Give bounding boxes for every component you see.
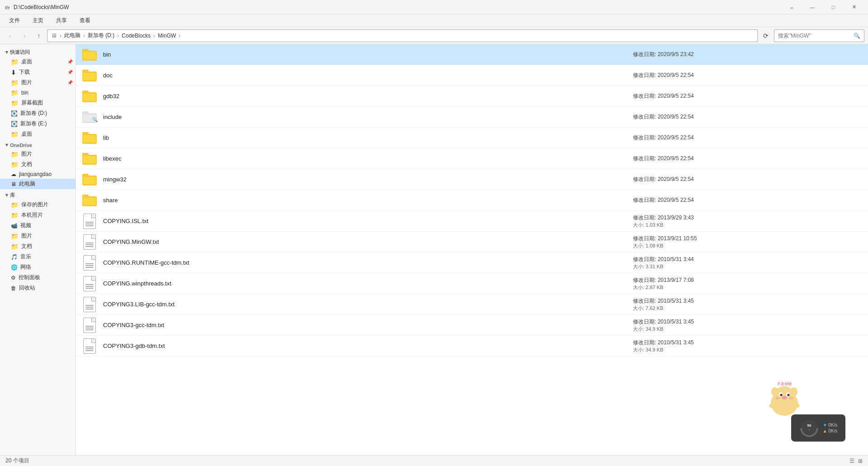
table-row[interactable]: mingw32 修改日期: 2020/9/5 22:54 — [76, 169, 868, 190]
tab-view[interactable]: 查看 — [74, 15, 96, 26]
search-bar[interactable]: 🔍 — [774, 29, 864, 42]
sidebar-item-music[interactable]: 🎵 音乐 — [0, 252, 75, 262]
sidebar-item-d-drive[interactable]: 💽 新加卷 (D:) — [0, 108, 75, 119]
sidebar-item-label: 屏幕截图 — [21, 99, 43, 107]
main-layout: ▾ 快速访问 📁 桌面 📌 ⬇ 下载 📌 📁 图片 📌 📁 bin 📁 屏幕截图… — [0, 44, 868, 455]
file-date: 修改日期: 2013/9/29 3:43 大小: 1.03 KB — [633, 214, 760, 228]
svg-text:不是动物: 不是动物 — [777, 382, 792, 386]
tab-share[interactable]: 共享 — [51, 15, 72, 26]
tab-file[interactable]: 文件 — [4, 15, 25, 26]
sidebar-item-recycle-bin[interactable]: 🗑 回收站 — [0, 283, 75, 293]
sidebar-library[interactable]: ▾ 库 — [0, 189, 75, 200]
file-date: 修改日期: 2010/5/31 3:44 大小: 3.31 KB — [633, 256, 760, 270]
file-date: 修改日期: 2020/9/5 23:42 — [633, 51, 760, 58]
file-date: 修改日期: 2013/9/21 10:55 大小: 1.08 KB — [633, 235, 760, 249]
file-icon-cell — [76, 214, 103, 229]
sidebar-item-jianguangdao[interactable]: ☁ jianguangdao — [0, 170, 75, 179]
sidebar-item-onedrive-docs[interactable]: 📁 文档 — [0, 159, 75, 170]
back-btn[interactable]: ‹ — [4, 29, 16, 42]
breadcrumb-mingw[interactable]: MinGW — [158, 33, 176, 39]
svg-point-9 — [775, 397, 780, 399]
sidebar-item-e-drive[interactable]: 💽 新加卷 (E:) — [0, 119, 75, 129]
window-controls: ⌄ — □ ✕ — [781, 0, 864, 14]
sidebar-item-video[interactable]: 📹 视频 — [0, 220, 75, 231]
speed-info: ▼ 0K/s ▲ 0K/s — [823, 423, 838, 433]
sep1: › — [60, 33, 61, 39]
folder-icon — [82, 153, 97, 165]
sidebar-item-desktop[interactable]: 📁 桌面 📌 — [0, 57, 75, 67]
sidebar-item-bin[interactable]: 📁 bin — [0, 88, 75, 98]
sidebar-item-screenshot[interactable]: 📁 屏幕截图 — [0, 98, 75, 108]
folder-icon — [82, 90, 97, 102]
sidebar-item-desktop2[interactable]: 📁 桌面 — [0, 129, 75, 139]
file-date: 修改日期: 2010/5/31 3:45 大小: 34.9 KB — [633, 318, 760, 333]
sidebar-item-local-photos[interactable]: 📁 本机照片 — [0, 210, 75, 220]
sidebar-item-pictures[interactable]: 📁 图片 📌 — [0, 77, 75, 88]
sidebar-onedrive[interactable]: ▾ OneDrive — [0, 139, 75, 149]
table-row[interactable]: bin 修改日期: 2020/9/5 23:42 — [76, 44, 868, 65]
sidebar-item-label: bin — [21, 90, 28, 96]
sidebar-item-label: 图片 — [21, 232, 32, 240]
network-icon: 🌐 — [11, 264, 18, 271]
file-icon-cell — [76, 70, 103, 81]
table-row[interactable]: 🔍 include 修改日期: 2020/9/5 22:54 — [76, 107, 868, 128]
file-name: share — [103, 197, 633, 204]
minimize-btn[interactable]: — — [802, 0, 823, 14]
folder-icon: 📁 — [11, 243, 19, 250]
table-row[interactable]: libexec 修改日期: 2020/9/5 22:54 — [76, 148, 868, 169]
up-btn[interactable]: ↑ — [33, 29, 45, 42]
sidebar-item-onedrive-pictures[interactable]: 📁 图片 — [0, 149, 75, 159]
forward-btn[interactable]: › — [18, 29, 31, 42]
sidebar-item-control-panel[interactable]: ⚙ 控制面板 — [0, 272, 75, 283]
sidebar: ▾ 快速访问 📁 桌面 📌 ⬇ 下载 📌 📁 图片 📌 📁 bin 📁 屏幕截图… — [0, 44, 76, 455]
tab-home[interactable]: 主页 — [27, 15, 49, 26]
title-bar: 🗁 D:\CodeBlocks\MinGW ⌄ — □ ✕ — [0, 0, 868, 14]
table-row[interactable]: COPYING3-gcc-tdm.txt 修改日期: 2010/5/31 3:4… — [76, 315, 868, 336]
sidebar-item-label: 文档 — [21, 243, 32, 250]
sidebar-quick-access[interactable]: ▾ 快速访问 — [0, 46, 75, 57]
file-name: libexec — [103, 155, 633, 162]
table-row[interactable]: COPYING.winpthreads.txt 修改日期: 2013/9/17 … — [76, 273, 868, 294]
toolbar-bar: ‹ › ↑ 🖥 › 此电脑 › 新加卷 (D:) › CodeBlocks › … — [0, 27, 868, 44]
search-input[interactable] — [778, 33, 852, 39]
file-icon-cell: 🔍 — [76, 111, 103, 123]
sidebar-item-label: jianguangdao — [19, 171, 52, 177]
folder-icon — [82, 195, 97, 206]
close-btn[interactable]: ✕ — [844, 0, 864, 14]
maximize-btn[interactable]: □ — [823, 0, 844, 14]
breadcrumb-pc[interactable]: 此电脑 — [64, 32, 80, 39]
upload-speed: ▲ 0K/s — [823, 428, 838, 433]
table-row[interactable]: doc 修改日期: 2020/9/5 22:54 — [76, 65, 868, 86]
search-icon[interactable]: 🔍 — [854, 33, 860, 39]
sidebar-item-this-pc[interactable]: 🖥 此电脑 — [0, 179, 75, 189]
breadcrumb-d[interactable]: 新加卷 (D:) — [88, 32, 114, 39]
view-tiles-btn[interactable]: ⊞ — [858, 458, 863, 464]
cloud-icon: ☁ — [11, 171, 16, 177]
table-row[interactable]: COPYING3.LIB-gcc-tdm.txt 修改日期: 2010/5/31… — [76, 294, 868, 315]
file-date: 修改日期: 2020/9/5 22:54 — [633, 176, 760, 183]
expand-btn[interactable]: ⌄ — [781, 0, 802, 14]
text-file-icon — [83, 338, 96, 354]
folder-icon — [82, 70, 97, 81]
view-details-btn[interactable]: ☰ — [849, 458, 854, 464]
refresh-btn[interactable]: ⟳ — [760, 29, 772, 42]
folder-icon: 📁 — [11, 100, 19, 107]
chevron-down-icon: ▾ — [5, 192, 8, 198]
table-row[interactable]: COPYING3-gdb-tdm.txt 修改日期: 2010/5/31 3:4… — [76, 336, 868, 357]
title-text: D:\CodeBlocks\MinGW — [14, 4, 69, 10]
file-date: 修改日期: 2020/9/5 22:54 — [633, 134, 760, 142]
table-row[interactable]: COPYING.RUNTIME-gcc-tdm.txt 修改日期: 2010/5… — [76, 252, 868, 273]
sidebar-item-lib-docs[interactable]: 📁 文档 — [0, 241, 75, 252]
sidebar-item-lib-pictures[interactable]: 📁 图片 — [0, 231, 75, 241]
table-row[interactable]: gdb32 修改日期: 2020/9/5 22:54 — [76, 86, 868, 107]
table-row[interactable]: COPYING.MinGW.txt 修改日期: 2013/9/21 10:55 … — [76, 232, 868, 252]
sidebar-item-downloads[interactable]: ⬇ 下载 📌 — [0, 67, 75, 77]
sidebar-item-network[interactable]: 🌐 网络 — [0, 262, 75, 272]
address-bar[interactable]: 🖥 › 此电脑 › 新加卷 (D:) › CodeBlocks › MinGW … — [47, 29, 758, 42]
window-icon: 🗁 — [4, 4, 11, 11]
sidebar-item-saved-pics[interactable]: 📁 保存的图片 — [0, 200, 75, 210]
breadcrumb-codeblocks[interactable]: CodeBlocks — [122, 33, 151, 39]
table-row[interactable]: lib 修改日期: 2020/9/5 22:54 — [76, 128, 868, 148]
table-row[interactable]: share 修改日期: 2020/9/5 22:54 — [76, 190, 868, 211]
table-row[interactable]: COPYING.ISL.txt 修改日期: 2013/9/29 3:43 大小:… — [76, 211, 868, 232]
